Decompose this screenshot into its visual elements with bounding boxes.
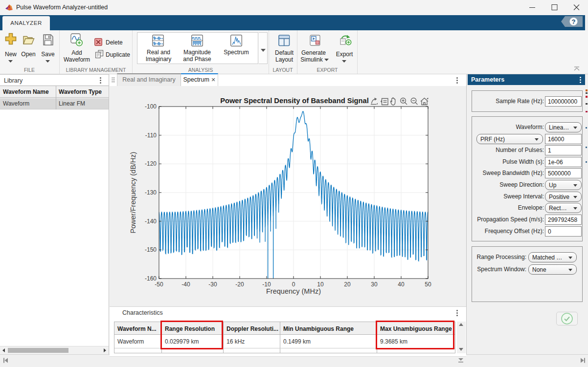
svg-text:-110: -110 bbox=[145, 132, 157, 139]
svg-text:Power/Frequency (dB/Hz): Power/Frequency (dB/Hz) bbox=[129, 152, 137, 234]
svg-text:30: 30 bbox=[371, 281, 378, 288]
svg-text:?: ? bbox=[572, 18, 576, 25]
svg-text:-40: -40 bbox=[181, 281, 190, 288]
svg-text:-150: -150 bbox=[145, 246, 157, 253]
svg-text:Frequency (MHz): Frequency (MHz) bbox=[266, 287, 321, 295]
svg-text:-130: -130 bbox=[145, 189, 157, 196]
svg-text:10: 10 bbox=[317, 281, 324, 288]
svg-text:-120: -120 bbox=[145, 160, 157, 167]
svg-text:-160: -160 bbox=[145, 275, 157, 282]
svg-text:-10: -10 bbox=[262, 281, 271, 288]
svg-text:20: 20 bbox=[344, 281, 351, 288]
svg-text:0: 0 bbox=[292, 281, 295, 288]
svg-text:50: 50 bbox=[425, 281, 431, 288]
svg-text:-30: -30 bbox=[208, 281, 217, 288]
svg-text:-20: -20 bbox=[235, 281, 244, 288]
svg-text:-50: -50 bbox=[155, 281, 163, 288]
svg-text:-140: -140 bbox=[145, 218, 157, 225]
svg-text:40: 40 bbox=[398, 281, 405, 288]
svg-text:-100: -100 bbox=[145, 103, 157, 110]
